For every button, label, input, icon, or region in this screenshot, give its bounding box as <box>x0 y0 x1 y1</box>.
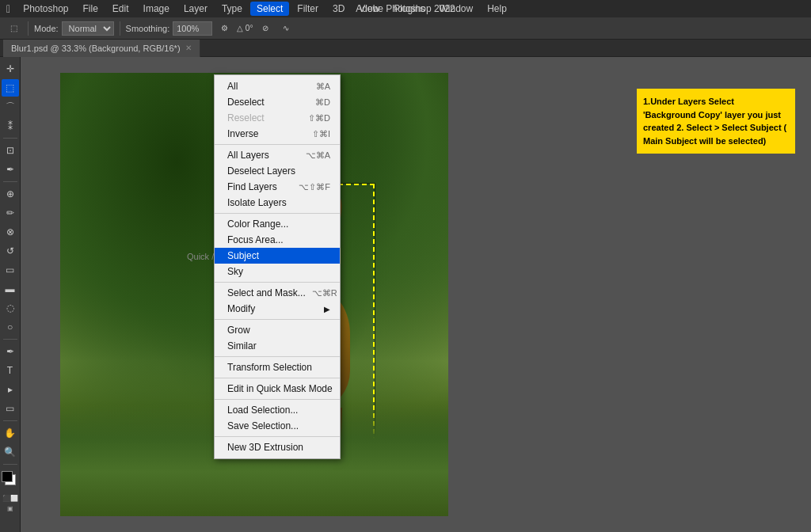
stylus-icon[interactable]: ∿ <box>277 20 295 37</box>
tool-sep2 <box>3 181 17 182</box>
settings-icon[interactable]: ⚙ <box>215 20 233 37</box>
divider7 <box>215 399 340 400</box>
menu-grow[interactable]: Grow <box>215 322 340 338</box>
mode-select[interactable]: Normal <box>62 21 114 36</box>
separator2 <box>120 21 120 36</box>
tool-sep4 <box>3 420 17 421</box>
pressure-icon[interactable]: ⊘ <box>257 20 274 37</box>
menu-transform-selection-label: Transform Selection <box>227 362 312 373</box>
menu-edit-quick-mask-label: Edit in Quick Mask Mode <box>227 383 333 394</box>
menu-subject[interactable]: Subject <box>215 248 340 264</box>
menu-all-shortcut: ⌘A <box>316 82 330 92</box>
apple-icon:  <box>6 2 10 15</box>
mode-label: Mode: <box>34 24 59 33</box>
clone-stamp-tool[interactable]: ⊗ <box>2 223 19 241</box>
menu-edit-quick-mask[interactable]: Edit in Quick Mask Mode <box>215 381 340 397</box>
menu-inverse-label: Inverse <box>227 128 258 139</box>
menu-isolate-layers-label: Isolate Layers <box>227 197 287 208</box>
menu-deselect-layers[interactable]: Deselect Layers <box>215 163 340 179</box>
menu-new-3d-extrusion[interactable]: New 3D Extrusion <box>215 439 340 455</box>
menu-inverse[interactable]: Inverse ⇧⌘I <box>215 126 340 142</box>
app-title: Adobe Photoshop 2022 <box>356 3 455 14</box>
menu-find-layers-shortcut: ⌥⇧⌘F <box>299 182 330 192</box>
smoothing-label: Smoothing: <box>126 24 170 33</box>
gradient-tool[interactable]: ▬ <box>2 280 19 298</box>
menu-save-selection[interactable]: Save Selection... <box>215 418 340 434</box>
menu-load-selection[interactable]: Load Selection... <box>215 402 340 418</box>
menu-filter[interactable]: Filter <box>291 2 325 16</box>
document-tab[interactable]: Blur1.psd @ 33.3% (Background, RGB/16*) … <box>3 40 200 57</box>
menu-3d[interactable]: 3D <box>326 2 351 16</box>
menu-similar[interactable]: Similar <box>215 338 340 354</box>
path-selection-tool[interactable]: ▸ <box>2 381 19 398</box>
menu-file[interactable]: File <box>77 2 105 16</box>
menu-find-layers[interactable]: Find Layers ⌥⇧⌘F <box>215 179 340 195</box>
menu-save-selection-label: Save Selection... <box>227 420 299 431</box>
text-tool[interactable]: T <box>2 362 19 379</box>
dodge-tool[interactable]: ○ <box>2 318 19 336</box>
menu-type[interactable]: Type <box>215 2 249 16</box>
history-brush-tool[interactable]: ↺ <box>2 242 19 260</box>
menu-deselect-label: Deselect <box>227 97 265 108</box>
pen-tool[interactable]: ✒ <box>2 343 19 360</box>
separator <box>28 21 29 36</box>
canvas-area: 1.Under Layers Select 'Background Copy' … <box>21 57 811 532</box>
menu-all[interactable]: All ⌘A <box>215 78 340 94</box>
tab-close-icon[interactable]: ✕ <box>185 44 192 52</box>
menu-select[interactable]: Select <box>250 2 289 16</box>
lasso-tool[interactable]: ⌒ <box>2 98 19 116</box>
zoom-tool[interactable]: 🔍 <box>2 443 19 461</box>
menu-inverse-shortcut: ⇧⌘I <box>312 129 330 139</box>
quick-mask-label: Quick / <box>187 252 214 261</box>
menu-grow-label: Grow <box>227 325 250 336</box>
tool-sep1 <box>3 138 17 139</box>
menu-color-range[interactable]: Color Range... <box>215 216 340 232</box>
eraser-tool[interactable]: ▭ <box>2 261 19 279</box>
divider3 <box>215 282 340 283</box>
move-tool[interactable]: ✛ <box>2 60 19 78</box>
menu-select-and-mask[interactable]: Select and Mask... ⌥⌘R <box>215 285 340 301</box>
smoothing-input[interactable] <box>173 21 212 36</box>
menubar:  Photoshop File Edit Image Layer Type S… <box>0 0 811 17</box>
menu-find-layers-label: Find Layers <box>227 181 277 192</box>
menu-all-layers[interactable]: All Layers ⌥⌘A <box>215 147 340 163</box>
select-dropdown-menu: All ⌘A Deselect ⌘D Reselect ⇧⌘D Inverse … <box>214 74 341 459</box>
screen-mode-icon[interactable]: ▣ <box>7 505 13 512</box>
healing-brush-tool[interactable]: ⊕ <box>2 185 19 203</box>
menu-sky-label: Sky <box>227 266 243 277</box>
foreground-color-swatch[interactable] <box>2 471 13 482</box>
menu-modify[interactable]: Modify ▶ <box>215 301 340 317</box>
menu-layer[interactable]: Layer <box>177 2 214 16</box>
angle-icon: △ 0° <box>236 20 253 37</box>
menu-load-selection-label: Load Selection... <box>227 405 298 416</box>
menu-deselect[interactable]: Deselect ⌘D <box>215 94 340 110</box>
divider8 <box>215 436 340 437</box>
annotation-box: 1.Under Layers Select 'Background Copy' … <box>637 89 795 154</box>
shape-tool[interactable]: ▭ <box>2 400 19 417</box>
menu-reselect[interactable]: Reselect ⇧⌘D <box>215 110 340 126</box>
menu-photoshop[interactable]: Photoshop <box>17 2 74 16</box>
marquee-tool[interactable]: ⬚ <box>2 79 19 97</box>
crop-tool[interactable]: ⊡ <box>2 142 19 159</box>
menu-reselect-shortcut: ⇧⌘D <box>308 113 330 124</box>
eyedropper-tool[interactable]: ✒ <box>2 161 19 178</box>
tabbar: Blur1.psd @ 33.3% (Background, RGB/16*) … <box>0 40 811 57</box>
menu-all-label: All <box>227 81 238 92</box>
menu-edit[interactable]: Edit <box>106 2 135 16</box>
hand-tool[interactable]: ✋ <box>2 424 19 442</box>
menu-sky[interactable]: Sky <box>215 264 340 279</box>
menu-isolate-layers[interactable]: Isolate Layers <box>215 195 340 211</box>
blur-tool[interactable]: ◌ <box>2 299 19 317</box>
menu-image[interactable]: Image <box>137 2 176 16</box>
menu-all-layers-label: All Layers <box>227 150 269 161</box>
menu-similar-label: Similar <box>227 340 257 352</box>
menu-focus-area[interactable]: Focus Area... <box>215 232 340 248</box>
color-swatches[interactable] <box>2 471 19 488</box>
magic-wand-tool[interactable]: ⁑ <box>2 117 19 135</box>
brush-tool[interactable]: ✏ <box>2 204 19 222</box>
tool-icon: ⬚ <box>5 20 22 37</box>
menu-transform-selection[interactable]: Transform Selection <box>215 359 340 375</box>
tool-sep5 <box>3 464 17 465</box>
menu-help[interactable]: Help <box>481 2 513 16</box>
menu-select-and-mask-shortcut: ⌥⌘R <box>312 288 337 298</box>
